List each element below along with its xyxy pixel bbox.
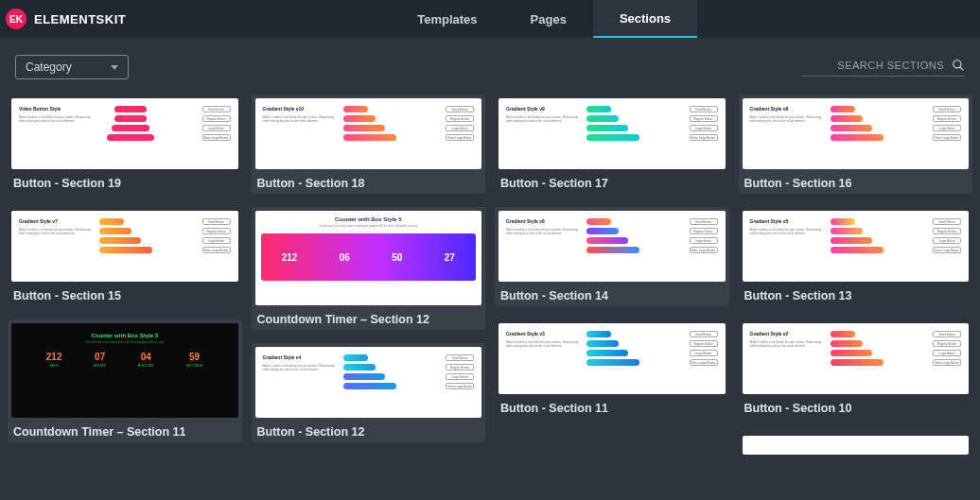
brand-name: ELEMENTSKIT	[34, 12, 126, 26]
nav-pages[interactable]: Pages	[504, 0, 593, 38]
chevron-down-icon	[111, 65, 118, 70]
toolbar: Category	[0, 38, 980, 79]
card-thumbnail: Gradient Style v5 Make it outline a rich…	[743, 211, 970, 282]
card-title: Countdown Timer – Section 12	[255, 305, 482, 326]
thumb-subtext: Make it outline a rich button for your v…	[19, 116, 94, 123]
card-title: Button - Section 13	[743, 282, 970, 302]
section-card-button-13[interactable]: Gradient Style v5 Make it outline a rich…	[743, 211, 970, 302]
card-thumbnail: Gradient Style v4 Make it outline a rich…	[255, 347, 482, 418]
card-thumbnail	[743, 436, 970, 455]
svg-point-0	[954, 60, 961, 67]
card-title: Button - Section 19	[11, 169, 238, 190]
card-thumbnail: Gradient Style v6 Make it outline a rich…	[499, 211, 726, 282]
section-card-button-17[interactable]: Gradient Style v9 Make it outline a rich…	[499, 98, 726, 190]
card-title: Button - Section 10	[743, 394, 970, 415]
card-thumbnail: Gradient Style v7 Make it outline a rich…	[11, 211, 238, 282]
card-thumbnail: Gradient Style v2 Make it outline a rich…	[743, 323, 970, 394]
brand-logo: EK ELEMENTSKIT	[0, 9, 126, 29]
card-thumbnail: Counter with Box Style 3 Uncover better …	[11, 323, 238, 418]
card-title: Button - Section 12	[255, 418, 482, 439]
card-thumbnail: Video Button Style Make it outline a ric…	[11, 98, 238, 169]
card-title: Button - Section 18	[255, 169, 482, 190]
section-card-button-10[interactable]: Gradient Style v2 Make it outline a rich…	[743, 323, 970, 415]
card-title: Countdown Timer – Section 11	[11, 418, 238, 439]
thumb-heading: Video Button Style	[19, 106, 94, 112]
category-dropdown[interactable]: Category	[15, 55, 129, 79]
section-card-countdown-11[interactable]: Counter with Box Style 3 Uncover better …	[8, 319, 242, 442]
card-title: Button - Section 14	[499, 282, 726, 302]
card-thumbnail: Counter with Box Style 5 Introducing our…	[255, 211, 482, 305]
card-title: Button - Section 11	[499, 394, 726, 415]
category-label: Category	[26, 60, 72, 74]
search-input[interactable]	[802, 60, 944, 71]
card-title: Button - Section 17	[499, 169, 726, 190]
section-card-button-16[interactable]: Gradient Style v8 Make it outline a rich…	[739, 95, 973, 194]
card-thumbnail: Gradient Style v10 Make it outline a ric…	[255, 98, 482, 169]
section-card-partial[interactable]	[743, 436, 970, 455]
nav-sections[interactable]: Sections	[593, 0, 697, 38]
card-title: Button - Section 15	[11, 282, 238, 302]
logo-icon: EK	[6, 9, 26, 29]
section-card-button-15[interactable]: Gradient Style v7 Make it outline a rich…	[11, 211, 238, 302]
section-card-button-12[interactable]: Gradient Style v4 Make it outline a rich…	[252, 343, 486, 442]
svg-line-1	[960, 66, 964, 70]
search-icon[interactable]	[952, 59, 965, 72]
section-card-button-19[interactable]: Video Button Style Make it outline a ric…	[11, 98, 238, 190]
card-title: Button - Section 16	[743, 169, 970, 190]
main-nav: Templates Pages Sections	[391, 0, 697, 38]
section-card-button-18[interactable]: Gradient Style v10 Make it outline a ric…	[252, 95, 486, 194]
app-header: EK ELEMENTSKIT Templates Pages Sections	[0, 0, 980, 38]
section-card-countdown-12[interactable]: Counter with Box Style 5 Introducing our…	[252, 207, 486, 330]
search-wrap	[802, 59, 965, 77]
section-card-button-14[interactable]: Gradient Style v6 Make it outline a rich…	[495, 207, 729, 306]
card-thumbnail: Gradient Style v9 Make it outline a rich…	[499, 98, 726, 169]
nav-templates[interactable]: Templates	[391, 0, 503, 38]
section-card-button-11[interactable]: Gradient Style v3 Make it outline a rich…	[499, 323, 726, 415]
card-thumbnail: Gradient Style v8 Make it outline a rich…	[743, 98, 970, 169]
sections-grid[interactable]: Video Button Style Make it outline a ric…	[0, 79, 980, 500]
card-thumbnail: Gradient Style v3 Make it outline a rich…	[499, 323, 726, 394]
